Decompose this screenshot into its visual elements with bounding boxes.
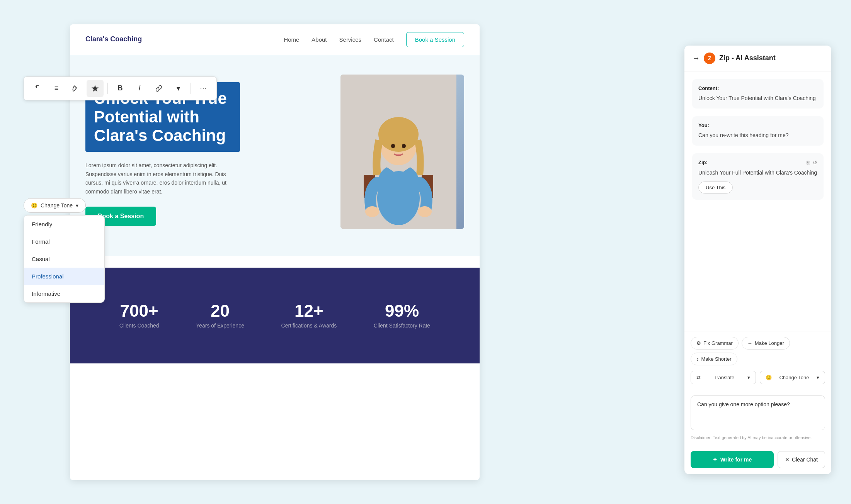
stat-certifications: 12+ Certifications & Awards <box>281 302 337 329</box>
ai-chat-input[interactable]: Can you give one more option please? <box>691 395 825 430</box>
chevron-down-icon: ▾ <box>76 202 78 209</box>
content-section: Content: Unlock Your True Potential with… <box>692 79 824 109</box>
nav-home[interactable]: Home <box>284 36 299 43</box>
zip-header: Zip: ⎘ ↺ <box>698 160 817 166</box>
make-longer-icon: ↔ <box>747 340 752 346</box>
tone-dropdown: Friendly Formal Casual Professional Info… <box>24 215 105 303</box>
zip-action-buttons: ⎘ ↺ <box>807 160 817 166</box>
more-options-button[interactable]: ⋯ <box>195 80 212 97</box>
smiley-icon: 🙂 <box>31 202 37 209</box>
ai-footer: ✦ Write for me ✕ Clear Chat <box>684 446 831 474</box>
make-longer-label: Make Longer <box>755 340 784 346</box>
svg-point-10 <box>365 206 379 217</box>
expand-button[interactable]: ▾ <box>170 80 187 97</box>
ai-logo: Z <box>704 53 715 64</box>
use-this-button[interactable]: Use This <box>698 182 733 193</box>
fix-grammar-label: Fix Grammar <box>703 340 733 346</box>
change-tone-container: 🙂 Change Tone ▾ Friendly Formal Casual P… <box>24 198 105 303</box>
make-longer-button[interactable]: ↔ Make Longer <box>742 337 790 350</box>
translate-chevron-icon: ▾ <box>747 375 750 380</box>
write-for-me-button[interactable]: ✦ Write for me <box>691 451 774 468</box>
align-icon-button[interactable]: ≡ <box>48 80 65 97</box>
fix-grammar-button[interactable]: ⚙ Fix Grammar <box>691 337 739 350</box>
clear-chat-label: Clear Chat <box>792 456 818 463</box>
link-button[interactable] <box>150 80 167 97</box>
brand-logo: Clara's Coaching <box>85 35 142 44</box>
nav-about[interactable]: About <box>311 36 327 43</box>
toolbar-divider-1 <box>107 83 108 94</box>
zip-label: Zip: <box>698 160 708 165</box>
stat-satisfaction-label: Client Satisfactory Rate <box>374 322 430 329</box>
nav-contact[interactable]: Contact <box>374 36 394 43</box>
nav-links: Home About Services Contact Book a Sessi… <box>284 32 464 47</box>
stat-clients-number: 700+ <box>119 302 159 319</box>
write-for-me-icon: ✦ <box>713 456 717 463</box>
change-tone-ai-chevron-icon: ▾ <box>817 375 819 380</box>
change-tone-ai-label: Change Tone <box>779 375 809 380</box>
nav-services[interactable]: Services <box>339 36 362 43</box>
translate-icon: ⇄ <box>696 375 701 380</box>
write-for-me-label: Write for me <box>720 456 752 463</box>
tone-option-formal[interactable]: Formal <box>24 233 104 250</box>
svg-point-7 <box>378 117 419 152</box>
svg-line-12 <box>75 86 77 88</box>
text-toolbar: ¶ ≡ B I ▾ ⋯ <box>24 76 217 100</box>
paragraph-icon-button[interactable]: ¶ <box>29 80 46 97</box>
bold-button[interactable]: B <box>112 80 129 97</box>
ai-input-area: Can you give one more option please? Dis… <box>684 390 831 446</box>
tone-option-casual[interactable]: Casual <box>24 250 104 268</box>
zip-response-section: Zip: ⎘ ↺ Unleash Your Full Potential wit… <box>692 153 824 200</box>
svg-point-11 <box>418 206 432 217</box>
zip-response-text: Unleash Your Full Potential with Clara's… <box>698 169 817 177</box>
translate-label: Translate <box>714 375 735 380</box>
change-tone-label: Change Tone <box>41 202 73 209</box>
ai-options-row: ⇄ Translate ▾ 🙂 Change Tone ▾ <box>684 371 831 390</box>
ai-tools-bar: ⚙ Fix Grammar ↔ Make Longer ↕ Make Short… <box>684 331 831 371</box>
ai-back-button[interactable]: → <box>692 54 700 63</box>
you-label: You: <box>698 122 817 128</box>
svg-point-9 <box>402 144 406 148</box>
ai-chat-content: Content: Unlock Your True Potential with… <box>684 71 831 331</box>
hero-body: Lorem ipsum dolor sit amet, consectetur … <box>85 161 236 196</box>
stat-certifications-label: Certifications & Awards <box>281 322 337 329</box>
stat-satisfaction-number: 99% <box>374 302 430 319</box>
ai-disclaimer: Disclaimer: Text generated by AI may be … <box>691 435 825 441</box>
stat-clients-label: Clients Coached <box>119 322 159 329</box>
stat-experience-number: 20 <box>196 302 244 319</box>
stats-section: 700+ Clients Coached 20 Years of Experie… <box>70 268 480 363</box>
content-text: Unlock Your True Potential with Clara's … <box>698 94 817 102</box>
ai-assistant-panel: → Z Zip - AI Assistant Content: Unlock Y… <box>684 46 831 474</box>
ai-logo-text: Z <box>708 55 711 61</box>
clear-chat-button[interactable]: ✕ Clear Chat <box>778 451 825 468</box>
svg-point-8 <box>391 144 395 148</box>
refresh-response-button[interactable]: ↺ <box>813 160 817 166</box>
tone-option-professional[interactable]: Professional <box>24 268 104 285</box>
stat-clients: 700+ Clients Coached <box>119 302 159 329</box>
stats-bar: 700+ Clients Coached 20 Years of Experie… <box>85 287 464 344</box>
stat-experience: 20 Years of Experience <box>196 302 244 329</box>
change-tone-ai-icon: 🙂 <box>766 375 772 380</box>
you-text: Can you re-write this heading for me? <box>698 131 817 139</box>
change-tone-ai-select[interactable]: 🙂 Change Tone ▾ <box>760 371 825 384</box>
paint-brush-button[interactable] <box>67 80 84 97</box>
book-session-nav-button[interactable]: Book a Session <box>406 32 464 47</box>
hero-image <box>340 75 464 229</box>
tone-option-friendly[interactable]: Friendly <box>24 216 104 233</box>
italic-button[interactable]: I <box>131 80 148 97</box>
navbar: Clara's Coaching Home About Services Con… <box>70 24 480 55</box>
you-section: You: Can you re-write this heading for m… <box>692 116 824 146</box>
toolbar-divider-2 <box>191 83 191 94</box>
make-shorter-label: Make Shorter <box>701 356 732 362</box>
change-tone-button[interactable]: 🙂 Change Tone ▾ <box>24 198 86 213</box>
ai-panel-header: → Z Zip - AI Assistant <box>684 46 831 71</box>
content-label: Content: <box>698 85 817 91</box>
ai-assist-button[interactable] <box>87 80 104 97</box>
stat-certifications-number: 12+ <box>281 302 337 319</box>
copy-response-button[interactable]: ⎘ <box>807 160 810 166</box>
make-shorter-button[interactable]: ↕ Make Shorter <box>691 353 737 365</box>
translate-select[interactable]: ⇄ Translate ▾ <box>691 371 756 384</box>
stat-satisfaction: 99% Client Satisfactory Rate <box>374 302 430 329</box>
fix-grammar-icon: ⚙ <box>696 340 701 346</box>
make-shorter-icon: ↕ <box>696 356 699 362</box>
tone-option-informative[interactable]: Informative <box>24 285 104 302</box>
